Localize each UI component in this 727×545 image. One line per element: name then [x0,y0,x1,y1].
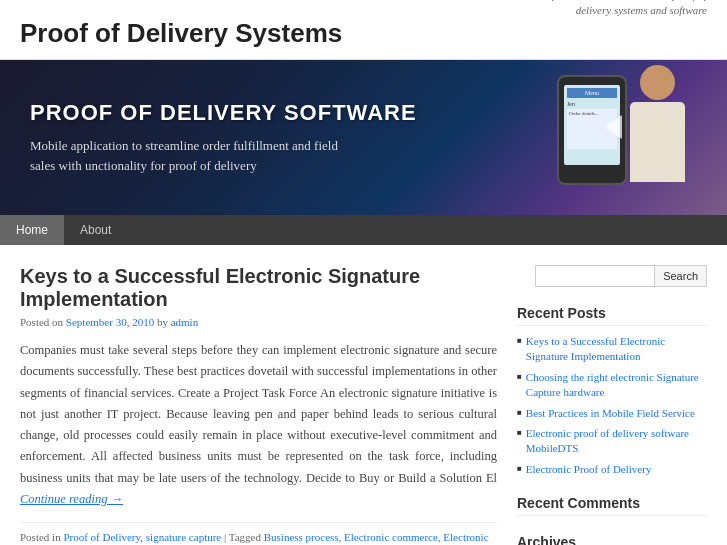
recent-comments-widget: Recent Comments [517,495,707,516]
nav-item-home[interactable]: Home [0,215,64,245]
post-body-text: Companies must take several steps before… [20,343,497,485]
recent-post-link-3[interactable]: Best Practices in Mobile Field Service [526,406,695,421]
hero-banner: PROOF OF DELIVERY SOFTWARE Mobile applic… [0,60,727,215]
recent-comments-title: Recent Comments [517,495,707,516]
hero-person [617,65,697,210]
list-item: Electronic Proof of Delivery [517,462,707,477]
site-header: Information about electronic proof of de… [0,0,727,60]
posted-in-label: Posted in [20,531,61,543]
search-button[interactable]: Search [655,265,707,287]
person-body [630,102,685,182]
nav-link-home[interactable]: Home [0,215,64,245]
recent-post-link-5[interactable]: Electronic Proof of Delivery [526,462,652,477]
continue-reading-link[interactable]: Continue reading → [20,492,123,506]
tag-link-business-process[interactable]: Business process [264,531,339,543]
post-author-link[interactable]: admin [171,316,199,328]
post-meta: Posted on September 30, 2010 by admin [20,316,497,328]
main-content: Keys to a Successful Electronic Signatur… [20,265,497,545]
category-link-signature-capture[interactable]: signature capture [146,531,221,543]
nav-bar: Home About [0,215,727,245]
archives-widget: Archives September 2010 [517,534,707,545]
hero-subtitle: Mobile application to streamline order f… [30,136,350,175]
post-body: Companies must take several steps before… [20,340,497,510]
person-head [640,65,675,100]
list-item: Keys to a Successful Electronic Signatur… [517,334,707,365]
site-title: Proof of Delivery Systems [20,18,707,49]
tagged-label: Tagged [229,531,261,543]
tag-link-electronic-commerce[interactable]: Electronic commerce [344,531,438,543]
recent-post-link-2[interactable]: Choosing the right electronic Signature … [526,370,707,401]
nav-list: Home About [0,215,727,245]
sidebar-search: Search [517,265,707,287]
search-input[interactable] [535,265,655,287]
sidebar: Search Recent Posts Keys to a Successful… [517,265,707,545]
recent-posts-widget: Recent Posts Keys to a Successful Electr… [517,305,707,477]
by-label: by [157,316,171,328]
recent-post-link-4[interactable]: Electronic proof of delivery software Mo… [526,426,707,457]
recent-posts-title: Recent Posts [517,305,707,326]
main-wrapper: Keys to a Successful Electronic Signatur… [0,245,727,545]
post-date-link[interactable]: September 30, 2010 [66,316,154,328]
list-item: Best Practices in Mobile Field Service [517,406,707,421]
nav-item-about[interactable]: About [64,215,127,245]
site-description: Information about electronic proof of de… [507,0,707,19]
list-item: Choosing the right electronic Signature … [517,370,707,401]
nav-link-about[interactable]: About [64,215,127,245]
list-item: Electronic proof of delivery software Mo… [517,426,707,457]
post-title: Keys to a Successful Electronic Signatur… [20,265,497,311]
category-link-proof-of-delivery[interactable]: Proof of Delivery [63,531,140,543]
archives-title: Archives [517,534,707,545]
posted-on-label: Posted on [20,316,63,328]
recent-posts-list: Keys to a Successful Electronic Signatur… [517,334,707,477]
recent-post-link-1[interactable]: Keys to a Successful Electronic Signatur… [526,334,707,365]
post-footer: Posted in Proof of Delivery, signature c… [20,522,497,545]
